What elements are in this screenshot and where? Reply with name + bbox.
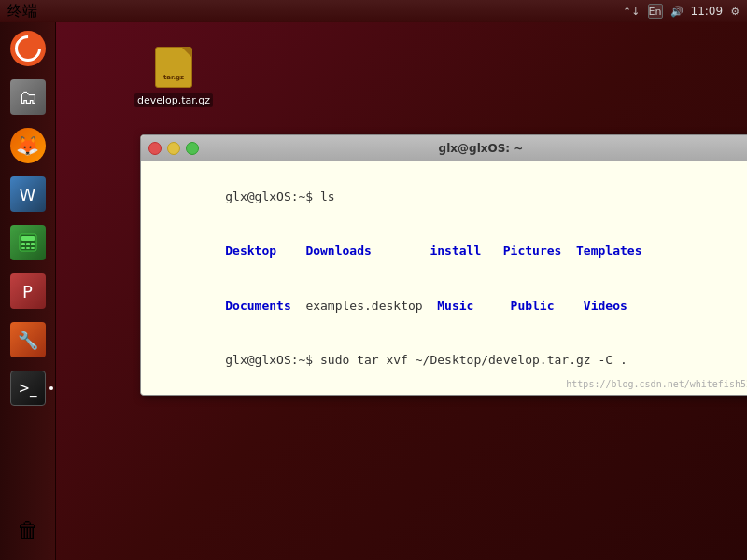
terminal-icon: >_ bbox=[10, 371, 46, 406]
terminal-title: glx@glxOS: ~ bbox=[204, 142, 747, 155]
terminal-minimize-button[interactable] bbox=[167, 142, 180, 155]
sort-icon[interactable]: ↑↓ bbox=[623, 6, 640, 18]
topbar: 终端 ↑↓ En 🔊 11:09 ⚙ bbox=[0, 0, 747, 22]
ubuntu-icon bbox=[10, 31, 46, 66]
file-icon-label: develop.tar.gz bbox=[134, 93, 213, 107]
terminal-body[interactable]: glx@glxOS:~$ ls Desktop Downloads instal… bbox=[141, 161, 747, 395]
dock-item-terminal[interactable]: >_ bbox=[6, 366, 50, 411]
desktop-icon-develop-tar[interactable]: tar.gz develop.tar.gz bbox=[131, 41, 217, 111]
dock: 🗂 🦊 W P bbox=[0, 22, 56, 560]
lang-button[interactable]: En bbox=[648, 4, 663, 19]
dock-item-trash[interactable]: 🗑 bbox=[6, 508, 50, 553]
terminal-close-button[interactable] bbox=[148, 142, 162, 155]
settings-icon: 🔧 bbox=[10, 322, 46, 357]
dock-item-files[interactable]: 🗂 bbox=[6, 75, 50, 119]
dock-item-writer[interactable]: W bbox=[6, 172, 50, 217]
dock-item-ubuntu[interactable] bbox=[6, 26, 50, 71]
calc-icon bbox=[10, 225, 46, 260]
tar-file-body: tar.gz bbox=[155, 47, 192, 88]
svg-rect-6 bbox=[26, 247, 30, 249]
svg-rect-1 bbox=[21, 236, 35, 241]
topbar-settings-icon[interactable]: ⚙ bbox=[730, 6, 740, 18]
terminal-window: glx@glxOS: ~ glx@glxOS:~$ ls Desktop Dow… bbox=[140, 134, 747, 396]
writer-icon: W bbox=[10, 176, 46, 212]
svg-rect-2 bbox=[21, 243, 25, 245]
svg-rect-3 bbox=[26, 243, 30, 245]
dock-item-settings[interactable]: 🔧 bbox=[6, 317, 50, 362]
svg-rect-7 bbox=[31, 247, 35, 249]
main-area: 🗂 🦊 W P bbox=[0, 22, 747, 560]
dock-item-impress[interactable]: P bbox=[6, 269, 50, 314]
tar-file-icon: tar.gz bbox=[151, 45, 196, 90]
topbar-title: 终端 bbox=[7, 2, 37, 21]
terminal-maximize-button[interactable] bbox=[186, 142, 199, 155]
dock-item-calc[interactable] bbox=[6, 220, 50, 265]
term-line-ls-2: Documents examples.desktop Music Public … bbox=[152, 278, 747, 333]
topbar-time: 11:09 bbox=[691, 5, 724, 18]
svg-rect-4 bbox=[31, 243, 35, 245]
firefox-icon: 🦊 bbox=[10, 128, 46, 163]
topbar-left: 终端 bbox=[7, 2, 37, 21]
trash-icon: 🗑 bbox=[10, 512, 46, 548]
dock-item-firefox[interactable]: 🦊 bbox=[6, 123, 50, 168]
term-line-ls-1: Desktop Downloads install Pictures Templ… bbox=[152, 224, 747, 279]
desktop: tar.gz develop.tar.gz glx@glxOS: ~ glx@g… bbox=[56, 22, 747, 560]
volume-icon[interactable]: 🔊 bbox=[670, 6, 684, 18]
files-icon: 🗂 bbox=[10, 79, 46, 115]
topbar-right: ↑↓ En 🔊 11:09 ⚙ bbox=[623, 4, 740, 19]
term-line-1: glx@glxOS:~$ ls bbox=[152, 169, 747, 224]
impress-icon: P bbox=[10, 273, 46, 309]
watermark: https://blog.csdn.net/whitefish520 bbox=[566, 377, 747, 391]
terminal-titlebar: glx@glxOS: ~ bbox=[141, 135, 747, 161]
svg-rect-5 bbox=[21, 247, 25, 249]
